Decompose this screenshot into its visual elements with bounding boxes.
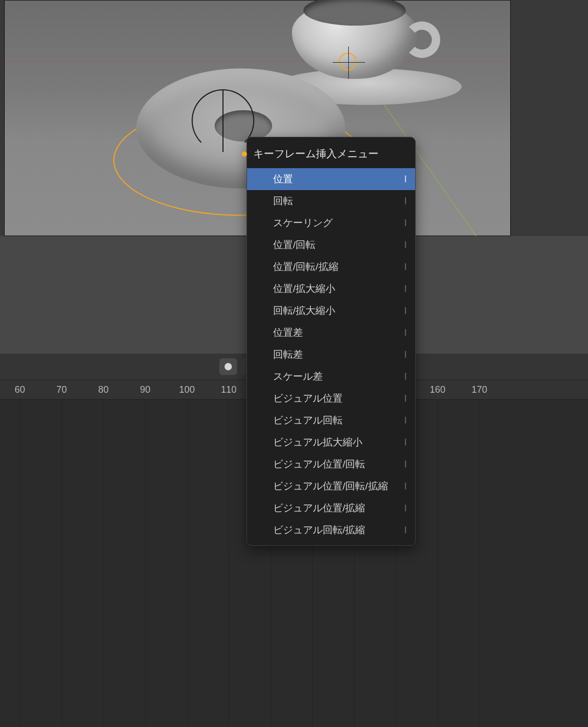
menu-item-shortcut: I [404,284,407,295]
frame-gridline [479,400,480,727]
menu-item-shortcut: I [404,262,407,273]
keyframe-dot-icon [242,151,247,157]
menu-item-shortcut: I [404,327,407,338]
menu-item[interactable]: 位置I [247,168,415,190]
menu-item[interactable]: ビジュアル位置I [247,388,415,409]
menu-item[interactable]: 回転/拡大縮小I [247,300,415,322]
menu-item-shortcut: I [404,218,407,229]
menu-item-shortcut: I [404,415,407,426]
frame-gridline [145,400,146,727]
menu-item-shortcut: I [404,393,407,404]
frame-tick: 100 [179,380,195,399]
menu-item-label: ビジュアル位置 [273,392,343,405]
menu-item-label: 位置/拡大縮小 [273,282,335,296]
menu-title: キーフレーム挿入メニュー [247,140,415,168]
menu-item-label: 位置/回転/拡縮 [273,260,338,274]
menu-item-shortcut: I [404,196,407,207]
frame-gridline [229,400,229,727]
menu-title-text: キーフレーム挿入メニュー [253,147,379,161]
menu-item-shortcut: I [404,240,407,251]
menu-item-label: スケーリング [273,216,333,230]
menu-item-label: ビジュアル位置/拡縮 [273,501,365,515]
frame-tick: 110 [221,380,237,399]
menu-item[interactable]: 回転差I [247,344,415,366]
menu-item[interactable]: ビジュアル位置/拡縮I [247,497,415,519]
menu-item[interactable]: ビジュアル回転/拡縮I [247,519,415,541]
menu-item-label: ビジュアル回転 [273,414,343,427]
menu-item-shortcut: I [404,349,407,360]
menu-item-label: ビジュアル拡大縮小 [273,436,362,449]
menu-item[interactable]: 位置/回転I [247,234,415,256]
menu-item-shortcut: I [404,481,407,492]
menu-item-shortcut: I [404,371,407,382]
frame-gridline [62,400,62,727]
menu-item[interactable]: ビジュアル位置/回転/拡縮I [247,475,415,497]
menu-item-label: 回転差 [273,348,303,361]
menu-item-label: 位置 [273,172,293,186]
menu-item-shortcut: I [404,525,407,536]
menu-item[interactable]: 位置差I [247,322,415,344]
cursor-3d-icon [339,53,357,71]
horizon-line [5,61,510,61]
frame-gridline [438,400,438,727]
frame-gridline [187,400,187,727]
menu-item[interactable]: スケール差I [247,366,415,388]
menu-item-label: 回転 [273,194,293,208]
frame-tick: 160 [430,380,445,399]
menu-item-label: スケール差 [273,370,323,383]
menu-item-shortcut: I [404,437,407,448]
frame-tick: 170 [472,380,487,399]
menu-item-label: ビジュアル回転/拡縮 [273,523,365,537]
menu-item[interactable]: 位置/拡大縮小I [247,278,415,300]
frame-tick: 80 [98,380,109,399]
auto-keying-toggle[interactable] [219,358,237,375]
frame-tick: 90 [140,380,150,399]
menu-item-label: ビジュアル位置/回転 [273,458,365,471]
menu-item-shortcut: I [404,503,407,514]
frame-gridline [103,400,104,727]
menu-item[interactable]: ビジュアル位置/回転I [247,453,415,475]
menu-item[interactable]: ビジュアル回転I [247,409,415,431]
insert-keyframe-menu: キーフレーム挿入メニュー 位置I回転IスケーリングI位置/回転I位置/回転/拡縮… [246,137,416,546]
frame-gridline [20,400,20,727]
frame-tick: 70 [56,380,67,399]
menu-item[interactable]: スケーリングI [247,212,415,234]
menu-item-label: ビジュアル位置/回転/拡縮 [273,479,388,493]
menu-item-label: 回転/拡大縮小 [273,304,335,318]
frame-tick: 60 [15,380,25,399]
menu-item-shortcut: I [404,174,407,185]
menu-item[interactable]: 位置/回転/拡縮I [247,256,415,278]
menu-item[interactable]: 回転I [247,190,415,212]
menu-item[interactable]: ビジュアル拡大縮小I [247,431,415,453]
menu-item-label: 位置/回転 [273,238,315,252]
menu-item-shortcut: I [404,306,407,316]
menu-item-shortcut: I [404,459,407,470]
menu-item-label: 位置差 [273,326,303,339]
